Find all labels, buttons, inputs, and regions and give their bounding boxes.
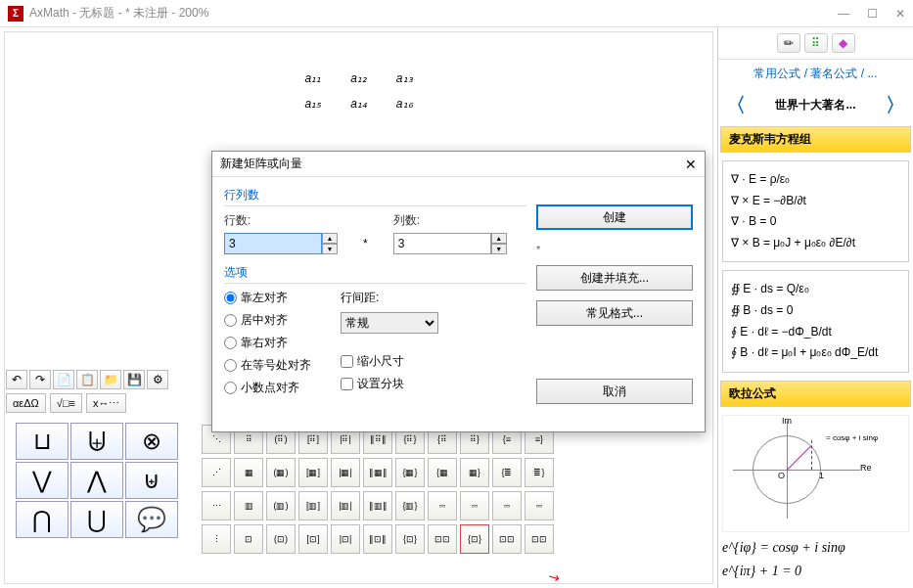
palette-cell[interactable]: ⊡⊡ [492, 524, 522, 554]
symbol-cell[interactable]: 💬 [125, 501, 178, 538]
euler-diagram[interactable]: Im Re O 1 = cosφ + i sinφ [722, 415, 909, 532]
palette-cell[interactable]: (⊡) [266, 524, 296, 554]
palette-cell[interactable]: ‖⊡‖ [363, 524, 392, 554]
matrix-cell[interactable]: a₁₃ [396, 71, 413, 85]
section-euler[interactable]: 欧拉公式 [720, 381, 911, 407]
rows-label: 行数: [224, 212, 338, 229]
chevron-right-icon[interactable]: 〉 [886, 92, 905, 118]
palette-cell[interactable]: [▦] [298, 458, 328, 487]
palette-cell[interactable]: [▥] [298, 491, 328, 520]
formula-sidebar: ✏ ⠿ ◆ 常用公式 / 著名公式 / ... 〈 世界十大著名... 〉 麦克… [717, 27, 913, 588]
palette-cell[interactable]: ▦ [234, 458, 263, 487]
palette-cell[interactable]: ‖▥‖ [363, 491, 392, 520]
symbol-cell[interactable]: ⋀ [70, 462, 123, 499]
palette-cell[interactable]: ≣} [525, 458, 554, 487]
palette-cell[interactable]: {⊡} [460, 524, 489, 554]
create-button[interactable]: 创建 [536, 204, 693, 230]
align-center-radio[interactable]: 居中对齐 [224, 312, 311, 329]
tab-operators[interactable]: √□≡ [50, 393, 82, 413]
sidebar-breadcrumb[interactable]: 常用公式 / 著名公式 / ... [718, 60, 913, 88]
palette-cell[interactable]: ▥ [234, 491, 263, 520]
matrix-cell[interactable]: a₁₁ [304, 71, 321, 85]
palette-cell[interactable]: ‖▦‖ [363, 458, 392, 487]
dialog-close-button[interactable]: ✕ [685, 157, 697, 172]
open-button[interactable]: 📁 [100, 370, 121, 389]
row-gap-select[interactable]: 常规 [341, 312, 438, 334]
sidebar-tool-eraser[interactable]: ✏ [777, 33, 800, 53]
palette-cell[interactable]: ⋮ [202, 524, 231, 554]
window-title: AxMath - 无标题 - * 未注册 - 200% [29, 5, 838, 22]
palette-cell[interactable]: {▥} [395, 491, 425, 520]
align-left-radio[interactable]: 靠左对齐 [224, 290, 311, 306]
symbol-cell[interactable]: ⋁ [16, 462, 68, 499]
palette-cell[interactable]: {⊡} [395, 524, 425, 554]
matrix-palette: ⋱ ⠿ (⠿) [⠿] |⠿| ‖⠿‖ {⠿} {⠿ ⠿} {≡ ≡} ⋰ ▦ … [196, 423, 702, 556]
symbol-cell[interactable]: ⋃ [70, 501, 123, 538]
symbol-cell[interactable]: ⊗ [125, 423, 178, 460]
row-gap-label: 行间距: [341, 290, 438, 306]
palette-cell[interactable]: ▫▫ [428, 491, 457, 520]
cols-down[interactable]: ▼ [491, 244, 507, 254]
maxwell-differential[interactable]: ∇ · E = ρ/ε₀ ∇ × E = −∂B/∂t ∇ · B = 0 ∇ … [722, 160, 909, 262]
palette-cell[interactable]: ▫▫ [492, 491, 522, 520]
close-button[interactable]: ✕ [895, 7, 905, 21]
symbol-cell[interactable]: ⊔ [16, 423, 68, 460]
align-equals-radio[interactable]: 在等号处对齐 [224, 357, 311, 374]
create-fill-button[interactable]: 创建并填充... [536, 265, 693, 291]
palette-cell[interactable]: {▦ [428, 458, 457, 487]
palette-cell[interactable]: ⊡⊡ [525, 524, 554, 554]
chevron-left-icon[interactable]: 〈 [726, 92, 746, 118]
sidebar-tool-grid[interactable]: ⠿ [804, 33, 828, 53]
common-format-button[interactable]: 常见格式... [536, 300, 693, 326]
matrix-cell[interactable]: a₁₅ [304, 97, 321, 111]
palette-cell[interactable]: (▦) [266, 458, 296, 487]
palette-cell[interactable]: {▦} [395, 458, 425, 487]
shrink-checkbox[interactable]: 缩小尺寸 [341, 353, 438, 370]
matrix-cell[interactable]: a₁₂ [350, 71, 367, 85]
euler-equation-1[interactable]: e^{iφ} = cosφ + i sinφ [718, 536, 913, 560]
palette-cell[interactable]: {≣ [492, 458, 522, 487]
symbol-tabs: αεΔΩ √□≡ x↔⋯ [6, 393, 126, 413]
sidebar-category[interactable]: 〈 世界十大著名... 〉 [718, 88, 913, 122]
section-maxwell[interactable]: 麦克斯韦方程组 [720, 126, 911, 153]
cancel-button[interactable]: 取消 [536, 379, 693, 404]
rows-up[interactable]: ▲ [322, 233, 338, 244]
align-decimal-radio[interactable]: 小数点对齐 [224, 380, 311, 396]
palette-cell[interactable]: ⊡⊡ [428, 524, 457, 554]
palette-cell[interactable]: |⊡| [331, 524, 360, 554]
tab-greek[interactable]: αεΔΩ [6, 393, 46, 413]
symbol-cell[interactable]: ⋂ [16, 501, 68, 538]
cols-input[interactable] [393, 233, 491, 254]
palette-cell[interactable]: ▦} [460, 458, 489, 487]
minimize-button[interactable]: — [838, 7, 849, 21]
palette-cell[interactable]: ▫▫ [525, 491, 554, 520]
save-button[interactable]: 💾 [123, 370, 145, 389]
maximize-button[interactable]: ☐ [867, 7, 878, 21]
palette-cell[interactable]: |▥| [331, 491, 360, 520]
align-right-radio[interactable]: 靠右对齐 [224, 335, 311, 351]
rows-down[interactable]: ▼ [322, 244, 338, 254]
palette-cell[interactable]: [⊡] [298, 524, 328, 554]
palette-cell[interactable]: ⊡ [234, 524, 263, 554]
redo-button[interactable]: ↷ [29, 370, 51, 389]
tab-arrows[interactable]: x↔⋯ [86, 393, 127, 413]
rows-input[interactable] [224, 233, 322, 254]
palette-cell[interactable]: (▥) [266, 491, 296, 520]
maxwell-integral[interactable]: ∯ E · ds = Q/ε₀ ∯ B · ds = 0 ∮ E · dℓ = … [722, 270, 909, 372]
matrix-cell[interactable]: a₁₆ [396, 97, 413, 111]
symbol-cell[interactable]: ⊎ [125, 462, 178, 499]
block-checkbox[interactable]: 设置分块 [341, 376, 438, 392]
symbol-cell[interactable]: ⨄ [70, 423, 123, 460]
settings-button[interactable]: ⚙ [147, 370, 168, 389]
cols-up[interactable]: ▲ [491, 233, 507, 244]
euler-equation-2[interactable]: e^{iπ} + 1 = 0 [718, 560, 913, 583]
palette-cell[interactable]: ⋯ [202, 491, 231, 520]
new-button[interactable]: 📄 [53, 370, 74, 389]
palette-cell[interactable]: ▫▫ [460, 491, 489, 520]
palette-cell[interactable]: ⋰ [202, 458, 231, 487]
copy-button[interactable]: 📋 [76, 370, 98, 389]
palette-cell[interactable]: |▦| [331, 458, 360, 487]
sidebar-tool-tag[interactable]: ◆ [832, 33, 855, 53]
undo-button[interactable]: ↶ [6, 370, 27, 389]
matrix-cell[interactable]: a₁₄ [350, 97, 367, 111]
